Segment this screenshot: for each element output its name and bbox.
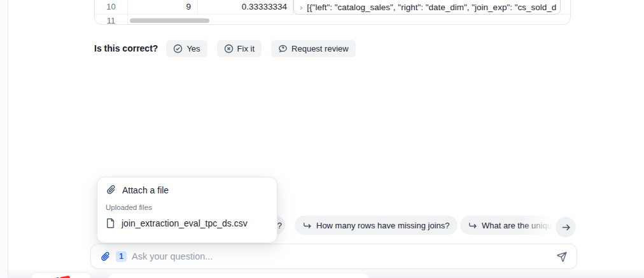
scroll-chips-right-button[interactable] — [556, 217, 576, 237]
suggestion-chip-2-label: How many rows have missing joins? — [316, 221, 450, 230]
row-number: 10 — [95, 0, 128, 14]
paper-plane-icon — [556, 251, 568, 263]
footer-panel — [108, 274, 369, 278]
paperclip-icon — [106, 184, 116, 195]
fix-it-label: Fix it — [237, 44, 255, 53]
brand-logo-icon — [50, 273, 73, 278]
check-circle-icon — [173, 44, 183, 53]
arrow-right-icon — [561, 222, 571, 233]
json-preview: [{"left": "catalog_sales", "right": "dat… — [307, 3, 556, 12]
x-circle-icon — [224, 44, 234, 53]
table-cell: 9 — [128, 0, 198, 14]
row-number: 11 — [95, 15, 128, 25]
results-table: 10 9 0.33333334 › [{"left": "catalog_sal… — [94, 0, 571, 25]
uploaded-files-label: Uploaded files — [106, 204, 277, 211]
yes-button[interactable]: Yes — [166, 40, 207, 57]
comment-bubble-icon — [278, 44, 288, 53]
json-value-box[interactable]: › [{"left": "catalog_sales", "right": "d… — [293, 0, 561, 15]
fix-it-button[interactable]: Fix it — [217, 40, 262, 57]
table-row: 10 9 0.33333334 › [{"left": "catalog_sal… — [95, 0, 570, 15]
question-input[interactable] — [132, 251, 550, 261]
table-cell-json: › [{"left": "catalog_sales", "right": "d… — [293, 0, 570, 14]
request-review-button[interactable]: Request review — [271, 40, 356, 57]
horizontal-scrollbar-thumb[interactable] — [130, 18, 209, 23]
brand-logo-card[interactable] — [32, 273, 90, 278]
table-cell: 0.33333334 — [198, 0, 293, 14]
sidebar-edge — [0, 0, 8, 278]
corner-down-right-icon — [302, 221, 312, 230]
attach-a-file-label: Attach a file — [122, 185, 169, 195]
feedback-question: Is this correct? — [94, 43, 158, 53]
file-icon — [106, 218, 116, 228]
chevron-right-icon[interactable]: › — [300, 3, 302, 11]
send-button[interactable] — [556, 251, 568, 263]
suggestion-chip-2[interactable]: How many rows have missing joins? — [295, 216, 458, 235]
uploaded-file-item[interactable]: join_extraction_eval_tpc_ds.csv — [97, 218, 277, 228]
attach-a-file-item[interactable]: Attach a file — [97, 177, 277, 195]
paperclip-icon[interactable] — [100, 251, 111, 262]
uploaded-file-name: join_extraction_eval_tpc_ds.csv — [122, 218, 248, 228]
request-review-label: Request review — [291, 44, 349, 53]
attach-menu-popup: Attach a file Uploaded files join_extrac… — [97, 177, 277, 243]
feedback-buttons: Yes Fix it Request review — [166, 40, 355, 57]
feedback-bar: Is this correct? Yes Fix it Request — [94, 39, 356, 57]
question-composer: 1 — [90, 244, 577, 269]
yes-label: Yes — [186, 44, 200, 53]
corner-down-right-icon — [468, 221, 477, 230]
attachment-count-badge: 1 — [116, 251, 127, 262]
